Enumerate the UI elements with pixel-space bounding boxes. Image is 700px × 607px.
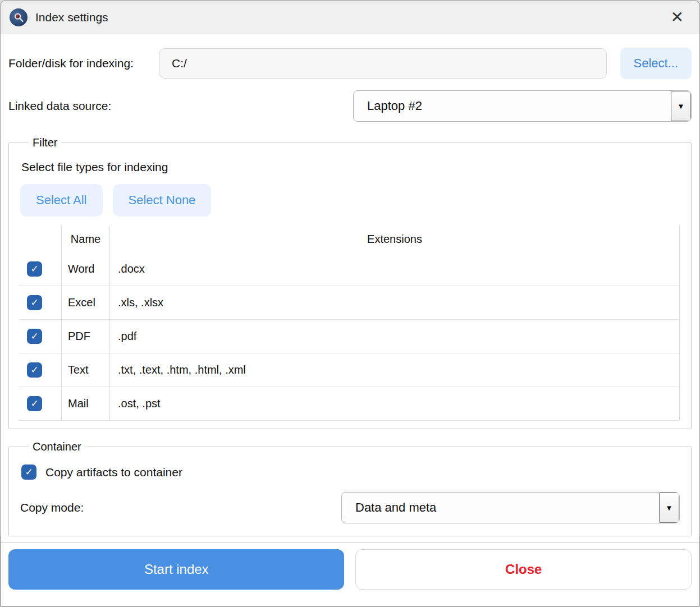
titlebar: Index settings ✕: [1, 1, 699, 34]
copy-mode-label: Copy mode:: [20, 501, 341, 514]
copy-mode-value: Data and meta: [342, 493, 659, 523]
filter-group: Filter Select file types for indexing Se…: [8, 136, 692, 429]
linked-source-row: Linked data source: Laptop #2 ▼: [8, 90, 692, 122]
row-extensions: .docx: [110, 252, 679, 286]
row-extensions: .ost, .pst: [110, 387, 679, 420]
linked-source-dropdown[interactable]: Laptop #2 ▼: [353, 90, 692, 122]
table-header-row: Name Extensions: [19, 226, 679, 252]
close-icon[interactable]: ✕: [667, 8, 687, 26]
table-row: ✓ Text .txt, .text, .htm, .html, .xml: [19, 353, 679, 387]
folder-label: Folder/disk for indexing:: [8, 57, 159, 70]
chevron-down-icon[interactable]: ▼: [671, 91, 691, 121]
extensions-column-header: Extensions: [110, 226, 679, 252]
index-settings-dialog: Index settings ✕ Folder/disk for indexin…: [0, 0, 700, 607]
row-name: PDF: [61, 320, 110, 353]
row-extensions: .pdf: [110, 320, 679, 353]
row-name: Mail: [61, 387, 110, 420]
select-none-button[interactable]: Select None: [113, 184, 212, 217]
name-column-header: Name: [61, 226, 110, 252]
folder-row: Folder/disk for indexing: C:/ Select...: [8, 48, 692, 79]
row-name: Excel: [61, 286, 110, 319]
row-checkbox[interactable]: ✓: [27, 329, 42, 344]
window-title: Index settings: [35, 11, 667, 24]
row-extensions: .txt, .text, .htm, .html, .xml: [110, 353, 679, 387]
row-checkbox[interactable]: ✓: [27, 362, 42, 378]
copy-artifacts-row: ✓ Copy artifacts to container: [21, 465, 680, 480]
search-globe-icon: [10, 8, 28, 26]
table-row: ✓ Excel .xls, .xlsx: [19, 286, 679, 320]
table-row: ✓ Mail .ost, .pst: [19, 387, 679, 421]
filter-buttons: Select All Select None: [20, 184, 680, 217]
start-index-button[interactable]: Start index: [8, 549, 344, 590]
linked-source-label: Linked data source:: [8, 99, 353, 113]
container-legend: Container: [28, 440, 86, 453]
chevron-down-icon[interactable]: ▼: [659, 493, 679, 523]
copy-mode-row: Copy mode: Data and meta ▼: [20, 492, 680, 523]
file-types-table: Name Extensions ✓ Word .docx ✓ Excel .xl…: [19, 226, 680, 421]
filter-legend: Filter: [28, 136, 62, 149]
copy-artifacts-checkbox[interactable]: ✓: [21, 465, 36, 480]
row-name: Text: [61, 353, 110, 387]
copy-artifacts-label: Copy artifacts to container: [45, 466, 182, 479]
copy-mode-dropdown[interactable]: Data and meta ▼: [341, 492, 680, 523]
table-row: ✓ Word .docx: [19, 252, 679, 286]
footer: Start index Close: [1, 542, 699, 590]
select-folder-button[interactable]: Select...: [620, 48, 692, 79]
table-row: ✓ PDF .pdf: [19, 320, 679, 353]
folder-input-value: C:/: [172, 57, 187, 70]
filter-instruction: Select file types for indexing: [21, 160, 680, 174]
dialog-body: Folder/disk for indexing: C:/ Select... …: [1, 34, 699, 536]
row-checkbox[interactable]: ✓: [27, 261, 42, 277]
close-button[interactable]: Close: [355, 549, 692, 590]
linked-source-value: Laptop #2: [354, 91, 671, 121]
row-name: Word: [61, 252, 110, 286]
row-checkbox[interactable]: ✓: [27, 396, 42, 411]
folder-input[interactable]: C:/: [159, 48, 607, 79]
container-group: Container ✓ Copy artifacts to container …: [8, 440, 692, 536]
row-extensions: .xls, .xlsx: [110, 286, 679, 319]
row-checkbox[interactable]: ✓: [27, 295, 42, 310]
select-all-button[interactable]: Select All: [20, 184, 103, 217]
checkbox-column-header: [19, 226, 61, 252]
